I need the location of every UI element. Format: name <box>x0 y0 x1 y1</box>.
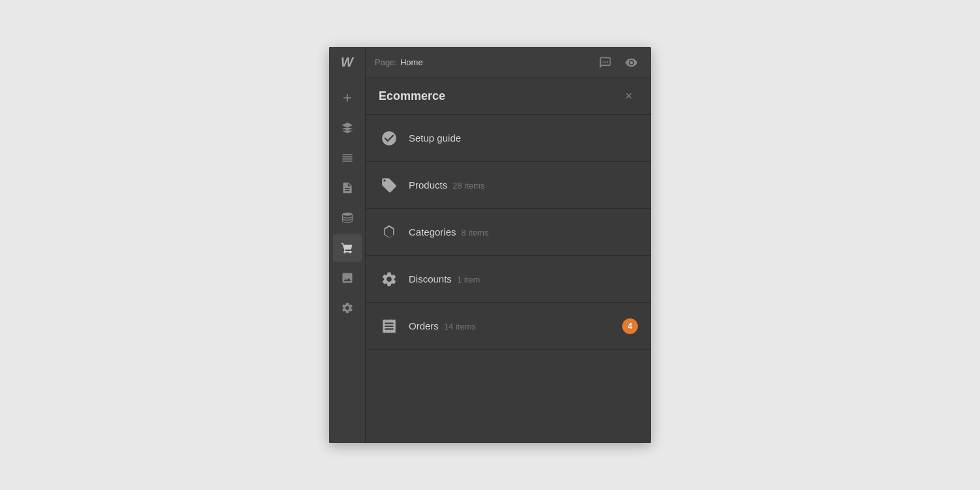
cube-icon <box>341 121 354 134</box>
sidebar-item-navigator[interactable] <box>333 144 362 172</box>
categories-count: 8 items <box>462 228 489 237</box>
page-name: Home <box>400 57 423 67</box>
eye-icon <box>625 56 638 69</box>
orders-label: Orders <box>409 320 439 331</box>
menu-item-products[interactable]: Products 28 items <box>366 162 651 209</box>
products-count: 28 items <box>452 181 484 191</box>
database-icon <box>341 211 354 224</box>
menu-list: Setup guide Products 28 items <box>366 115 651 443</box>
discounts-count: 1 item <box>457 275 480 284</box>
setup-guide-label: Setup guide <box>409 132 461 144</box>
products-content: Products 28 items <box>409 179 484 191</box>
hexagon-icon <box>381 224 398 241</box>
orders-badge: 4 <box>622 318 638 334</box>
orders-icon <box>379 316 400 337</box>
sidebar <box>329 78 366 443</box>
close-button[interactable]: × <box>620 87 638 106</box>
layers-icon <box>341 151 354 164</box>
discounts-icon <box>379 269 400 290</box>
setup-guide-content: Setup guide <box>409 132 461 144</box>
sidebar-item-settings[interactable] <box>333 294 362 322</box>
page-word: Page: <box>375 57 397 67</box>
images-icon <box>341 271 354 284</box>
discounts-content: Discounts 1 item <box>409 273 480 284</box>
menu-item-setup-guide[interactable]: Setup guide <box>366 115 651 162</box>
comment-button[interactable] <box>593 51 617 74</box>
top-bar-icons <box>593 51 651 74</box>
discount-gear-icon <box>381 271 398 288</box>
orders-count: 14 items <box>444 322 476 331</box>
preview-button[interactable] <box>620 51 643 74</box>
gear-icon <box>341 301 354 314</box>
ecommerce-panel: Ecommerce × Setup guide <box>366 78 651 443</box>
receipt-icon <box>381 318 398 335</box>
page-label-area: Page: Home <box>366 57 593 67</box>
categories-content: Categories 8 items <box>409 226 488 237</box>
sidebar-item-ecommerce[interactable] <box>333 234 362 262</box>
categories-label: Categories <box>409 226 456 237</box>
svg-point-1 <box>605 61 606 63</box>
svg-point-2 <box>607 61 608 63</box>
plus-icon <box>341 91 354 104</box>
panel-header: Ecommerce × <box>366 78 651 115</box>
products-label: Products <box>409 179 447 191</box>
app-window: W Page: Home <box>329 47 651 443</box>
page-icon <box>341 181 354 194</box>
svg-point-0 <box>603 61 604 63</box>
sidebar-item-cms[interactable] <box>333 204 362 232</box>
orders-content: Orders 14 items <box>409 320 476 331</box>
webflow-logo: W <box>329 47 366 78</box>
cart-icon <box>341 241 354 254</box>
sidebar-item-assets[interactable] <box>333 264 362 292</box>
menu-item-orders[interactable]: Orders 14 items 4 <box>366 303 651 350</box>
categories-icon <box>379 222 400 243</box>
menu-item-discounts[interactable]: Discounts 1 item <box>366 256 651 303</box>
tag-icon <box>381 177 398 194</box>
discounts-label: Discounts <box>409 273 452 284</box>
logo-text: W <box>341 55 353 70</box>
svg-point-3 <box>342 213 352 216</box>
sidebar-item-components[interactable] <box>333 114 362 142</box>
menu-item-categories[interactable]: Categories 8 items <box>366 209 651 256</box>
checkmark-circle-icon <box>381 130 398 147</box>
comment-icon <box>599 56 612 69</box>
main-area: Ecommerce × Setup guide <box>329 78 651 443</box>
products-icon <box>379 175 400 196</box>
sidebar-item-add[interactable] <box>333 84 362 112</box>
panel-title: Ecommerce <box>379 89 445 103</box>
top-bar: W Page: Home <box>329 47 651 78</box>
sidebar-item-pages[interactable] <box>333 174 362 202</box>
setup-guide-icon <box>379 128 400 149</box>
